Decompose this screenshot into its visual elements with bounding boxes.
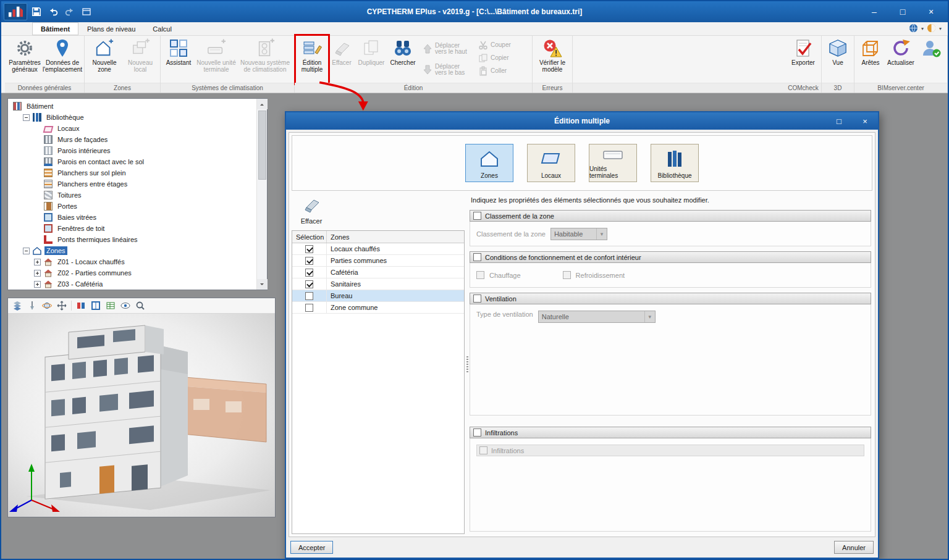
- redo-button[interactable]: [62, 4, 77, 19]
- tree-item-ponts-thermiques[interactable]: Ponts thermiques linéaires: [8, 234, 256, 245]
- section-enable-checkbox[interactable]: [473, 212, 481, 220]
- dialog-title-bar[interactable]: Édition multiple □ ×: [286, 112, 878, 130]
- category-unites-terminales-button[interactable]: Unités terminales: [589, 144, 637, 182]
- row-checkbox[interactable]: [305, 257, 313, 265]
- section-enable-checkbox[interactable]: [473, 428, 481, 437]
- bimserver-user-button[interactable]: [917, 36, 945, 83]
- model-3d-viewport[interactable]: [8, 314, 275, 517]
- scroll-down-icon[interactable]: [257, 279, 268, 290]
- table-row[interactable]: Locaux chauffés: [292, 243, 464, 255]
- category-locaux-button[interactable]: Locaux: [527, 144, 575, 182]
- nouvelle-zone-button[interactable]: Nouvelle zone: [86, 36, 122, 83]
- section-enable-checkbox[interactable]: [473, 295, 481, 303]
- section-enable-checkbox[interactable]: [473, 253, 481, 261]
- expand-icon[interactable]: [34, 270, 41, 277]
- nouveau-systeme-climatisation-button[interactable]: Nouveau système de climatisation: [238, 36, 292, 83]
- nouvelle-unite-terminale-button[interactable]: Nouvelle unité terminale: [195, 36, 238, 83]
- tree-item-planchers-sol-plein[interactable]: Planchers sur sol plein: [8, 167, 256, 178]
- cancel-button[interactable]: Annuler: [834, 541, 874, 554]
- section-view-icon[interactable]: [75, 300, 86, 311]
- tree-item-parois-sol[interactable]: Parois en contact avec le sol: [8, 156, 256, 167]
- deplacer-haut-button[interactable]: Déplacer vers le haut: [421, 39, 473, 59]
- dupliquer-button[interactable]: Dupliquer: [356, 36, 387, 83]
- minimize-button[interactable]: –: [860, 1, 888, 22]
- tab-calcul[interactable]: Calcul: [144, 22, 180, 35]
- tree-item-bibliotheque[interactable]: Bibliothèque: [8, 112, 256, 123]
- tab-batiment[interactable]: Bâtiment: [32, 22, 78, 35]
- expand-icon[interactable]: [34, 259, 41, 265]
- copier-button[interactable]: Copier: [476, 52, 528, 64]
- coller-button[interactable]: Coller: [476, 65, 528, 77]
- row-checkbox[interactable]: [305, 269, 313, 277]
- edition-multiple-button[interactable]: Édition multiple: [297, 36, 327, 83]
- save-button[interactable]: [29, 4, 44, 19]
- actualiser-button[interactable]: Actualiser: [885, 36, 917, 83]
- tree-item-murs-facades[interactable]: Murs de façades: [8, 134, 256, 145]
- maximize-button[interactable]: □: [888, 1, 917, 22]
- couper-button[interactable]: Couper: [476, 39, 528, 51]
- close-button[interactable]: ×: [917, 1, 945, 22]
- tree-item-toitures[interactable]: Toitures: [8, 190, 256, 201]
- collapse-icon[interactable]: [23, 248, 30, 254]
- table-row[interactable]: Parties communes: [292, 255, 464, 267]
- collapse-icon[interactable]: [23, 114, 30, 121]
- deplacer-bas-button[interactable]: Déplacer vers le bas: [421, 60, 473, 80]
- bimserver-sync-icon[interactable]: [909, 23, 918, 34]
- tree-scrollbar[interactable]: [256, 99, 267, 290]
- refroidissement-checkbox[interactable]: [563, 271, 571, 279]
- row-checkbox[interactable]: [305, 280, 313, 288]
- category-bibliotheque-button[interactable]: Bibliothèque: [651, 144, 699, 182]
- grid-table-icon[interactable]: [105, 300, 116, 311]
- ventilation-dropdown[interactable]: Naturelle: [538, 311, 656, 323]
- orbit-icon[interactable]: [41, 300, 53, 311]
- aretes-button[interactable]: Arêtes: [856, 36, 885, 83]
- row-checkbox[interactable]: [305, 304, 313, 312]
- appearance-icon[interactable]: [927, 23, 936, 34]
- category-zones-button[interactable]: Zones: [465, 144, 513, 182]
- dialog-close-button[interactable]: ×: [852, 112, 878, 130]
- tree-item-planchers-etages[interactable]: Planchers entre étages: [8, 178, 256, 190]
- row-checkbox[interactable]: [305, 292, 313, 300]
- vue-3d-button[interactable]: Vue: [824, 36, 852, 83]
- table-row[interactable]: Zone commune: [292, 302, 464, 314]
- tree-item-baies-vitrees[interactable]: Baies vitrées: [8, 212, 256, 223]
- column-header-zones[interactable]: Zones: [327, 231, 464, 243]
- scrollbar-thumb[interactable]: [258, 111, 266, 180]
- tree-item-batiment[interactable]: Bâtiment: [8, 101, 256, 112]
- row-checkbox[interactable]: [305, 245, 313, 253]
- table-row[interactable]: Sanitaires: [292, 278, 464, 290]
- column-header-selection[interactable]: Sélection: [292, 231, 327, 243]
- tree-item-z02[interactable]: Z02 - Parties communes: [8, 267, 256, 278]
- tree-item-parois-interieures[interactable]: Parois intérieures: [8, 145, 256, 156]
- customize-toolbar-icon[interactable]: [79, 4, 94, 19]
- tree-item-fenetres-toit[interactable]: Fenêtres de toit: [8, 223, 256, 234]
- parametres-generaux-button[interactable]: Paramètres généraux: [7, 36, 43, 83]
- tab-plans-de-niveau[interactable]: Plans de niveau: [78, 22, 144, 35]
- assistant-button[interactable]: Assistant: [162, 36, 195, 83]
- classement-dropdown[interactable]: Habitable: [550, 228, 607, 240]
- accept-button[interactable]: Accepter: [290, 541, 333, 554]
- tree-item-portes[interactable]: Portes: [8, 201, 256, 212]
- appearance-dropdown-icon[interactable]: ▾: [939, 26, 942, 31]
- tree-item-zones[interactable]: Zones: [8, 245, 256, 256]
- dialog-maximize-button[interactable]: □: [826, 112, 852, 130]
- infiltrations-checkbox[interactable]: [479, 446, 487, 454]
- tree-item-z01[interactable]: Z01 - Locaux chauffés: [8, 256, 256, 267]
- comcheck-exporter-button[interactable]: Exporter: [787, 36, 819, 83]
- table-row-selected[interactable]: Bureau: [292, 290, 464, 302]
- undo-button[interactable]: [46, 4, 61, 19]
- tree-item-z03[interactable]: Z03 - Cafétéria: [8, 278, 256, 290]
- nouveau-local-button[interactable]: Nouveau local: [122, 36, 158, 83]
- window-frame-icon[interactable]: [90, 300, 101, 311]
- zoom-icon[interactable]: [135, 300, 146, 311]
- chauffage-checkbox[interactable]: [476, 271, 484, 279]
- tree-item-locaux[interactable]: Locaux: [8, 123, 256, 134]
- erase-button[interactable]: Effacer: [293, 195, 330, 225]
- verifier-modele-button[interactable]: Vérifier le modèle: [534, 36, 570, 83]
- effacer-button[interactable]: Effacer: [327, 36, 356, 83]
- expand-icon[interactable]: [34, 281, 41, 288]
- pan-view-icon[interactable]: [56, 300, 67, 311]
- donnees-emplacement-button[interactable]: Données de l'emplacement: [43, 36, 82, 83]
- sync-dropdown-icon[interactable]: ▾: [921, 26, 924, 31]
- app-logo-icon[interactable]: [4, 3, 27, 20]
